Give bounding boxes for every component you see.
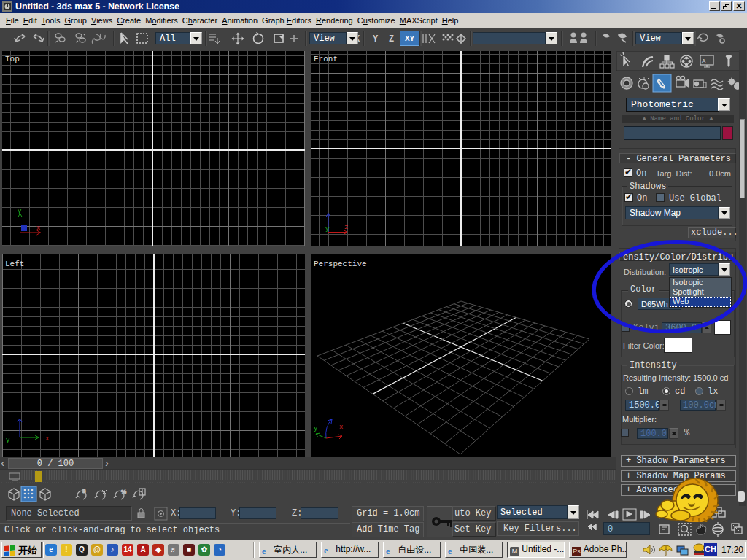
svg-text:A: A — [702, 58, 706, 64]
svg-text:3: 3 — [82, 488, 86, 494]
svg-text:%: % — [121, 489, 126, 495]
